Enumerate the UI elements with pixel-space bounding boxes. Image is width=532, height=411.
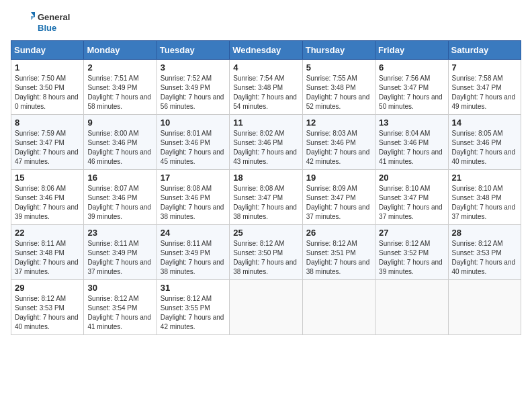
calendar-cell — [375, 280, 448, 335]
col-header-sunday: Sunday — [11, 41, 84, 60]
calendar-cell — [302, 280, 375, 335]
calendar-cell: 1 Sunrise: 7:50 AMSunset: 3:50 PMDayligh… — [11, 60, 84, 115]
day-info: Sunrise: 8:12 AMSunset: 3:51 PMDaylight:… — [306, 239, 371, 277]
day-number: 9 — [87, 118, 152, 128]
calendar-cell: 4 Sunrise: 7:54 AMSunset: 3:48 PMDayligh… — [230, 60, 302, 115]
day-info: Sunrise: 7:52 AMSunset: 3:49 PMDaylight:… — [161, 74, 226, 111]
day-number: 7 — [452, 62, 517, 73]
calendar-cell: 26 Sunrise: 8:12 AMSunset: 3:51 PMDaylig… — [302, 225, 375, 280]
svg-marker-1 — [31, 16, 35, 20]
col-header-thursday: Thursday — [302, 41, 375, 60]
calendar-cell: 10 Sunrise: 8:01 AMSunset: 3:46 PMDaylig… — [157, 115, 229, 170]
day-info: Sunrise: 8:12 AMSunset: 3:50 PMDaylight:… — [233, 239, 298, 277]
col-header-saturday: Saturday — [448, 41, 521, 60]
calendar-cell: 25 Sunrise: 8:12 AMSunset: 3:50 PMDaylig… — [230, 225, 302, 280]
day-number: 17 — [161, 173, 226, 183]
day-info: Sunrise: 8:00 AMSunset: 3:46 PMDaylight:… — [87, 129, 152, 167]
day-number: 2 — [87, 62, 152, 73]
day-number: 26 — [306, 228, 371, 238]
day-info: Sunrise: 8:06 AMSunset: 3:46 PMDaylight:… — [15, 184, 80, 222]
calendar-table: SundayMondayTuesdayWednesdayThursdayFrid… — [11, 40, 521, 335]
day-number: 15 — [15, 173, 80, 183]
calendar-cell: 9 Sunrise: 8:00 AMSunset: 3:46 PMDayligh… — [84, 115, 157, 170]
col-header-friday: Friday — [375, 41, 448, 60]
calendar-cell: 23 Sunrise: 8:11 AMSunset: 3:49 PMDaylig… — [84, 225, 157, 280]
calendar-cell: 17 Sunrise: 8:08 AMSunset: 3:46 PMDaylig… — [157, 170, 229, 225]
logo: General Blue — [11, 11, 70, 35]
calendar-cell: 30 Sunrise: 8:12 AMSunset: 3:54 PMDaylig… — [84, 280, 157, 335]
day-info: Sunrise: 7:58 AMSunset: 3:47 PMDaylight:… — [452, 74, 517, 111]
calendar-week-3: 15 Sunrise: 8:06 AMSunset: 3:46 PMDaylig… — [11, 170, 521, 225]
calendar-cell: 21 Sunrise: 8:10 AMSunset: 3:48 PMDaylig… — [448, 170, 521, 225]
calendar-week-1: 1 Sunrise: 7:50 AMSunset: 3:50 PMDayligh… — [11, 60, 521, 115]
day-number: 31 — [161, 283, 226, 293]
calendar-cell: 7 Sunrise: 7:58 AMSunset: 3:47 PMDayligh… — [448, 60, 521, 115]
calendar-cell: 22 Sunrise: 8:11 AMSunset: 3:48 PMDaylig… — [11, 225, 84, 280]
day-number: 13 — [379, 118, 444, 128]
calendar-cell: 13 Sunrise: 8:04 AMSunset: 3:46 PMDaylig… — [375, 115, 448, 170]
day-number: 28 — [452, 228, 517, 238]
day-info: Sunrise: 8:03 AMSunset: 3:46 PMDaylight:… — [306, 129, 371, 167]
day-number: 1 — [15, 62, 80, 73]
day-number: 3 — [161, 62, 226, 73]
calendar-cell — [448, 280, 521, 335]
calendar-cell: 18 Sunrise: 8:08 AMSunset: 3:47 PMDaylig… — [230, 170, 302, 225]
col-header-wednesday: Wednesday — [230, 41, 302, 60]
day-info: Sunrise: 8:07 AMSunset: 3:46 PMDaylight:… — [87, 184, 152, 222]
day-number: 11 — [233, 118, 298, 128]
day-info: Sunrise: 7:55 AMSunset: 3:48 PMDaylight:… — [306, 74, 371, 111]
day-number: 24 — [161, 228, 226, 238]
day-info: Sunrise: 8:11 AMSunset: 3:49 PMDaylight:… — [161, 239, 226, 277]
day-number: 19 — [306, 173, 371, 183]
calendar-cell: 2 Sunrise: 7:51 AMSunset: 3:49 PMDayligh… — [84, 60, 157, 115]
day-number: 25 — [233, 228, 298, 238]
calendar-week-5: 29 Sunrise: 8:12 AMSunset: 3:53 PMDaylig… — [11, 280, 521, 335]
logo-blue-text: Blue — [38, 23, 70, 34]
day-number: 14 — [452, 118, 517, 128]
calendar-cell: 6 Sunrise: 7:56 AMSunset: 3:47 PMDayligh… — [375, 60, 448, 115]
day-info: Sunrise: 7:50 AMSunset: 3:50 PMDaylight:… — [15, 74, 80, 111]
day-number: 10 — [161, 118, 226, 128]
day-number: 6 — [379, 62, 444, 73]
col-header-monday: Monday — [84, 41, 157, 60]
day-info: Sunrise: 8:02 AMSunset: 3:46 PMDaylight:… — [233, 129, 298, 167]
calendar-cell: 14 Sunrise: 8:05 AMSunset: 3:46 PMDaylig… — [448, 115, 521, 170]
day-info: Sunrise: 7:51 AMSunset: 3:49 PMDaylight:… — [87, 74, 152, 111]
logo-general-text: General — [38, 12, 70, 23]
day-info: Sunrise: 8:09 AMSunset: 3:47 PMDaylight:… — [306, 184, 371, 222]
calendar-cell: 15 Sunrise: 8:06 AMSunset: 3:46 PMDaylig… — [11, 170, 84, 225]
day-info: Sunrise: 7:56 AMSunset: 3:47 PMDaylight:… — [379, 74, 444, 111]
day-number: 30 — [87, 283, 152, 293]
day-number: 12 — [306, 118, 371, 128]
day-number: 4 — [233, 62, 298, 73]
day-info: Sunrise: 8:12 AMSunset: 3:55 PMDaylight:… — [161, 294, 226, 332]
logo-icon — [11, 11, 35, 35]
day-info: Sunrise: 7:59 AMSunset: 3:47 PMDaylight:… — [15, 129, 80, 167]
day-info: Sunrise: 7:54 AMSunset: 3:48 PMDaylight:… — [233, 74, 298, 111]
day-number: 22 — [15, 228, 80, 238]
day-number: 29 — [15, 283, 80, 293]
day-number: 5 — [306, 62, 371, 73]
day-info: Sunrise: 8:12 AMSunset: 3:53 PMDaylight:… — [15, 294, 80, 332]
day-info: Sunrise: 8:08 AMSunset: 3:46 PMDaylight:… — [161, 184, 226, 222]
day-info: Sunrise: 8:12 AMSunset: 3:52 PMDaylight:… — [379, 239, 444, 277]
calendar-cell: 12 Sunrise: 8:03 AMSunset: 3:46 PMDaylig… — [302, 115, 375, 170]
day-number: 8 — [15, 118, 80, 128]
day-info: Sunrise: 8:01 AMSunset: 3:46 PMDaylight:… — [161, 129, 226, 167]
day-info: Sunrise: 8:10 AMSunset: 3:47 PMDaylight:… — [379, 184, 444, 222]
calendar-cell: 29 Sunrise: 8:12 AMSunset: 3:53 PMDaylig… — [11, 280, 84, 335]
calendar-cell: 8 Sunrise: 7:59 AMSunset: 3:47 PMDayligh… — [11, 115, 84, 170]
day-number: 20 — [379, 173, 444, 183]
calendar-cell: 28 Sunrise: 8:12 AMSunset: 3:53 PMDaylig… — [448, 225, 521, 280]
calendar-cell: 16 Sunrise: 8:07 AMSunset: 3:46 PMDaylig… — [84, 170, 157, 225]
calendar-cell: 19 Sunrise: 8:09 AMSunset: 3:47 PMDaylig… — [302, 170, 375, 225]
day-info: Sunrise: 8:05 AMSunset: 3:46 PMDaylight:… — [452, 129, 517, 167]
calendar-cell: 5 Sunrise: 7:55 AMSunset: 3:48 PMDayligh… — [302, 60, 375, 115]
calendar-cell: 11 Sunrise: 8:02 AMSunset: 3:46 PMDaylig… — [230, 115, 302, 170]
day-number: 23 — [87, 228, 152, 238]
calendar-cell: 24 Sunrise: 8:11 AMSunset: 3:49 PMDaylig… — [157, 225, 229, 280]
day-number: 27 — [379, 228, 444, 238]
col-header-tuesday: Tuesday — [157, 41, 229, 60]
day-info: Sunrise: 8:11 AMSunset: 3:48 PMDaylight:… — [15, 239, 80, 277]
calendar-cell: 27 Sunrise: 8:12 AMSunset: 3:52 PMDaylig… — [375, 225, 448, 280]
